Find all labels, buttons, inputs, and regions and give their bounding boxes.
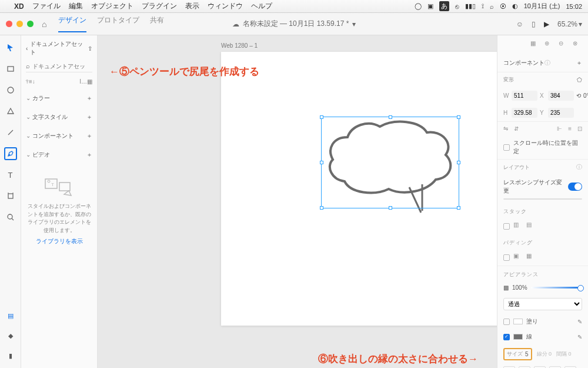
section-color[interactable]: ⌄ カラー＋ bbox=[26, 91, 92, 106]
eyedropper-icon[interactable]: ✎ bbox=[577, 334, 582, 340]
repeat-grid-icon[interactable]: ▦ bbox=[530, 40, 540, 49]
dropdown-icon[interactable]: ▾ bbox=[352, 20, 356, 28]
select-tool[interactable] bbox=[4, 41, 17, 54]
stroke-size-value[interactable]: 5 bbox=[525, 351, 529, 357]
flip-v-icon[interactable]: ⇵ bbox=[514, 125, 519, 132]
tab-design[interactable]: デザイン bbox=[58, 15, 86, 32]
stack-v-icon[interactable]: ▥ bbox=[513, 221, 523, 231]
padding-checkbox[interactable] bbox=[503, 254, 510, 261]
tab-share[interactable]: 共有 bbox=[150, 15, 164, 32]
resize-handle[interactable] bbox=[457, 206, 460, 210]
assets-search[interactable]: ⌕ bbox=[26, 60, 92, 72]
share-out-icon[interactable]: ⇪ bbox=[88, 45, 92, 52]
padding-same-icon[interactable]: ▣ bbox=[513, 253, 523, 262]
artboard[interactable] bbox=[221, 52, 497, 326]
opacity-slider[interactable] bbox=[531, 287, 582, 289]
rotation-value[interactable]: 0° bbox=[583, 92, 588, 99]
minimize-icon[interactable] bbox=[16, 21, 23, 27]
opacity-value[interactable]: 100% bbox=[512, 284, 527, 291]
resize-handle[interactable] bbox=[457, 161, 460, 164]
window-controls[interactable] bbox=[6, 21, 34, 27]
artboard-name[interactable]: Web 1280 – 1 bbox=[221, 42, 258, 49]
menu-help[interactable]: ヘルプ bbox=[251, 1, 272, 11]
flip-h-icon[interactable]: ⇋ bbox=[503, 125, 508, 132]
stack-checkbox[interactable] bbox=[503, 223, 510, 230]
stroke-checkbox[interactable] bbox=[503, 334, 510, 340]
menu-object[interactable]: オブジェクト bbox=[91, 1, 133, 11]
stroke-swatch[interactable] bbox=[513, 334, 523, 340]
info-icon[interactable]: ⓘ bbox=[576, 163, 582, 171]
padding-diff-icon[interactable]: ▦ bbox=[526, 253, 536, 262]
ellipse-tool[interactable] bbox=[4, 84, 17, 97]
assets-search-input[interactable] bbox=[32, 63, 85, 69]
menu-window[interactable]: ウィンドウ bbox=[208, 1, 243, 11]
close-icon[interactable] bbox=[6, 21, 12, 27]
align-icon[interactable]: ⊩ bbox=[557, 125, 562, 132]
resize-handle[interactable] bbox=[320, 115, 323, 119]
resize-handle[interactable] bbox=[457, 115, 460, 119]
polygon-tool[interactable] bbox=[4, 105, 17, 118]
y-input[interactable] bbox=[548, 108, 574, 118]
add-boolean-icon[interactable]: ⊕ bbox=[544, 40, 554, 49]
pen-tool[interactable] bbox=[4, 147, 17, 160]
profile-icon[interactable]: ☺ bbox=[516, 20, 523, 28]
home-icon[interactable]: ⌂ bbox=[42, 19, 46, 29]
width-input[interactable] bbox=[512, 91, 537, 101]
fill-swatch[interactable] bbox=[513, 319, 523, 324]
mobile-preview-icon[interactable]: ▯ bbox=[532, 20, 536, 28]
rotate-icon[interactable]: ⟲ bbox=[576, 92, 581, 99]
fullscreen-icon[interactable] bbox=[27, 21, 34, 27]
bluetooth-icon[interactable]: ⎋ bbox=[455, 3, 459, 10]
menu-edit[interactable]: 編集 bbox=[69, 1, 83, 11]
sort-icon[interactable]: ≡↓ bbox=[29, 78, 35, 85]
align-icon[interactable]: ≡ bbox=[568, 125, 572, 132]
align-icon[interactable]: ⊡ bbox=[577, 125, 582, 132]
height-input[interactable] bbox=[512, 108, 537, 118]
menu-plugin[interactable]: プラグイン bbox=[142, 1, 177, 11]
resize-handle[interactable] bbox=[320, 161, 323, 164]
add-icon[interactable]: ＋ bbox=[86, 151, 92, 159]
add-component-icon[interactable]: ＋ bbox=[576, 59, 582, 67]
subtract-icon[interactable]: ⊖ bbox=[559, 40, 568, 49]
wifi-icon[interactable]: ⟟ bbox=[482, 2, 484, 10]
x-input[interactable] bbox=[548, 91, 574, 101]
menubar-date[interactable]: 10月1日 (土) bbox=[524, 2, 560, 11]
battery-icon[interactable]: ▮▮▯ bbox=[465, 2, 476, 10]
search-icon[interactable]: ⌕ bbox=[490, 3, 494, 10]
show-libraries-link[interactable]: ライブラリを表示 bbox=[26, 237, 92, 246]
add-icon[interactable]: ＋ bbox=[86, 94, 92, 102]
three-d-icon[interactable]: ⬠ bbox=[577, 77, 582, 83]
plugins-icon[interactable]: ▮ bbox=[4, 349, 17, 362]
fill-checkbox[interactable] bbox=[503, 319, 510, 325]
doc-title[interactable]: 名称未設定 — 10月1日 13.59.17 * bbox=[243, 19, 349, 29]
fix-scroll-checkbox[interactable] bbox=[503, 144, 510, 151]
eyedropper-icon[interactable]: ✎ bbox=[577, 319, 582, 325]
text-tool[interactable]: T bbox=[4, 168, 17, 181]
menubar-time[interactable]: 15:02 bbox=[566, 3, 582, 10]
ime-icon[interactable]: あ bbox=[439, 1, 449, 11]
section-component[interactable]: ⌄ コンポーネント＋ bbox=[26, 128, 92, 144]
resize-handle[interactable] bbox=[320, 206, 323, 210]
seg-manual[interactable]: 手動 bbox=[543, 199, 582, 200]
line-tool[interactable] bbox=[4, 126, 17, 139]
add-icon[interactable]: ＋ bbox=[86, 132, 92, 140]
info-icon[interactable]: ⓘ bbox=[544, 59, 550, 67]
section-textstyle[interactable]: ⌄ 文字スタイル＋ bbox=[26, 110, 92, 125]
canvas[interactable]: Web 1280 – 1 ←⑤ペンツールで尻尾を作成する ⑥吹き出しの縁の太さに… bbox=[98, 35, 497, 368]
seg-auto[interactable]: 自動 bbox=[504, 199, 543, 200]
stack-h-icon[interactable]: ▤ bbox=[526, 221, 536, 231]
libraries-icon[interactable]: ▤ bbox=[4, 309, 17, 322]
menu-file[interactable]: ファイル bbox=[32, 1, 61, 11]
play-icon[interactable]: ▶ bbox=[544, 20, 549, 28]
layers-icon[interactable]: ◆ bbox=[4, 329, 17, 342]
menu-app[interactable]: XD bbox=[14, 2, 24, 11]
blend-mode-select[interactable]: 通過 bbox=[503, 298, 582, 310]
add-icon[interactable]: ＋ bbox=[86, 113, 92, 121]
view-grid-icon[interactable]: ▦ bbox=[87, 78, 92, 85]
resize-mode-segment[interactable]: 自動 手動 bbox=[503, 198, 582, 200]
resize-handle[interactable] bbox=[389, 115, 392, 119]
stroke-size-field[interactable]: サイズ 5 bbox=[503, 348, 532, 360]
responsive-toggle[interactable] bbox=[568, 183, 582, 191]
rectangle-tool[interactable] bbox=[4, 62, 17, 75]
zoom-tool[interactable] bbox=[4, 211, 17, 224]
